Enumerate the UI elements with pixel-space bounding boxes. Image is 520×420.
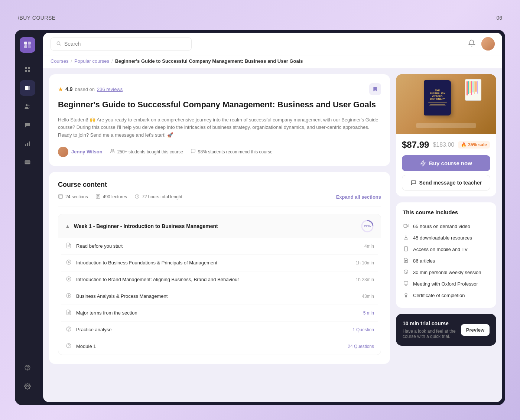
rating-text: based on xyxy=(75,87,95,92)
expand-sections-button[interactable]: Expand all sections xyxy=(336,194,381,200)
professor-icon xyxy=(403,281,409,287)
lectures-text: 490 lectures xyxy=(103,194,127,199)
price-section: $87.99 $183.00 🔥 35% sale Buy course now xyxy=(396,134,496,196)
page-label: /BUY COURSE xyxy=(18,15,56,21)
week-title-row: ▲ Week 1 - Beginner - Introduction to Bu… xyxy=(65,223,218,229)
svg-rect-6 xyxy=(25,70,27,72)
trial-info: 10 min trial course Have a look and feel… xyxy=(403,320,461,339)
sidebar-item-card[interactable] xyxy=(20,154,35,170)
logo[interactable] xyxy=(20,37,35,53)
buy-course-button[interactable]: Buy course now xyxy=(402,155,490,171)
preview-button[interactable]: Preview xyxy=(461,324,490,336)
lesson-item[interactable]: Introduction to Business Foundations & P… xyxy=(61,255,378,271)
sections-text: 24 sections xyxy=(65,194,88,199)
sidebar-item-chart[interactable] xyxy=(20,136,35,152)
lesson-item[interactable]: Practice analyse 1 Question xyxy=(61,322,378,338)
stat1-text: 250+ students bought this course xyxy=(117,149,183,154)
includes-list: 65 hours on demand video 45 downloadable… xyxy=(403,221,490,301)
lesson-title: Introduction to Business Foundations & P… xyxy=(76,260,217,266)
sidebar-item-users[interactable] xyxy=(20,99,35,114)
teacher-row: Jenny Wilson 250+ st xyxy=(58,147,381,157)
teacher-info: Jenny Wilson xyxy=(58,147,103,157)
original-price: $183.00 xyxy=(433,141,454,148)
sale-badge: 🔥 35% sale xyxy=(458,141,490,149)
price-row: $87.99 $183.00 🔥 35% sale xyxy=(402,140,490,150)
svg-rect-5 xyxy=(28,67,30,69)
include-text: 65 hours on demand video xyxy=(413,224,470,229)
avatar[interactable] xyxy=(481,37,495,51)
sidebar-item-settings[interactable] xyxy=(20,378,35,394)
include-item: Meeting with Oxford Professor xyxy=(403,278,490,290)
search-input[interactable] xyxy=(64,41,186,47)
sections-icon xyxy=(58,194,63,200)
week-section: ▲ Week 1 - Beginner - Introduction to Bu… xyxy=(58,214,381,355)
video-icon xyxy=(403,223,409,229)
lesson-item[interactable]: Introduction to Brand Management: Aligni… xyxy=(61,271,378,288)
sidebar-item-book[interactable] xyxy=(20,80,35,96)
right-panel: THEAUSTRALIANOXFORDDICTIONARY xyxy=(396,74,496,396)
hours-icon xyxy=(134,194,140,200)
course-image: THEAUSTRALIANOXFORDDICTIONARY xyxy=(396,74,496,134)
breadcrumb-courses[interactable]: Courses xyxy=(51,58,68,64)
sidebar-item-grid[interactable] xyxy=(20,62,35,77)
stat2-text: 98% students recommend this course xyxy=(198,149,273,154)
hours-stat: 72 hours total lenght xyxy=(134,194,182,200)
current-price: $87.99 xyxy=(402,140,429,150)
course-content-card: Course content 24 sections xyxy=(49,172,390,364)
include-text: 30 min personal weekly session xyxy=(413,270,481,275)
include-item: 30 min personal weekly session xyxy=(403,267,490,278)
breadcrumb-sep-2: / xyxy=(111,58,113,64)
svg-point-19 xyxy=(111,150,113,151)
sidebar-item-chat[interactable] xyxy=(20,117,35,133)
svg-point-20 xyxy=(113,150,114,151)
doc-icon xyxy=(65,309,72,317)
week-title: Week 1 - Beginner - Introduction to Busi… xyxy=(74,223,218,229)
lesson-title: Read before you start xyxy=(76,243,123,249)
breadcrumb: Courses / Popular courses / Beginner's G… xyxy=(43,55,502,68)
lesson-item[interactable]: Read before you start 4min xyxy=(61,238,378,255)
svg-rect-1 xyxy=(28,42,31,45)
svg-point-8 xyxy=(26,104,27,106)
lesson-item[interactable]: Business Analysis & Process Management 4… xyxy=(61,288,378,305)
play-icon xyxy=(65,259,72,267)
search-bar[interactable] xyxy=(51,38,192,51)
notification-bell-icon[interactable] xyxy=(468,39,475,49)
includes-card: This course includes 65 hours on demand … xyxy=(396,202,496,308)
svg-point-37 xyxy=(69,331,69,331)
lesson-duration: 24 Questions xyxy=(348,344,374,349)
breadcrumb-current: Beginner's Guide to Successful Company M… xyxy=(115,58,303,64)
question-icon xyxy=(65,343,72,350)
breadcrumb-popular[interactable]: Popular courses xyxy=(74,58,109,64)
content-header: Course content xyxy=(58,181,381,189)
include-text: Meeting with Oxford Professor xyxy=(413,281,478,287)
include-item: 45 downloadable resources xyxy=(403,232,490,244)
course-preview-card: THEAUSTRALIANOXFORDDICTIONARY xyxy=(396,74,496,196)
play-icon xyxy=(65,293,72,300)
bookmark-button[interactable] xyxy=(369,83,381,95)
play-icon xyxy=(65,276,72,283)
sidebar-item-help[interactable] xyxy=(20,360,35,375)
lesson-item[interactable]: Module 1 24 Questions xyxy=(61,338,378,355)
include-text: 45 downloadable resources xyxy=(413,235,472,241)
reviews-link[interactable]: 236 reviews xyxy=(97,87,123,92)
svg-rect-3 xyxy=(28,45,31,48)
lectures-stat: 490 lectures xyxy=(95,194,127,200)
include-text: 86 articles xyxy=(413,258,435,264)
lesson-item[interactable]: Major terms from the section 5 min xyxy=(61,305,378,322)
week-header[interactable]: ▲ Week 1 - Beginner - Introduction to Bu… xyxy=(58,214,381,238)
svg-rect-0 xyxy=(24,42,27,45)
left-panel: ★ 4.9 based on 236 reviews Beginner's Gu… xyxy=(49,74,390,396)
svg-point-18 xyxy=(57,42,60,45)
svg-marker-33 xyxy=(68,294,70,296)
certificate-icon xyxy=(403,292,409,299)
send-message-button[interactable]: Send message to teacher xyxy=(402,175,490,191)
sidebar xyxy=(15,30,40,405)
search-icon xyxy=(56,41,61,47)
include-item: Access on mobile and TV xyxy=(403,244,490,255)
trial-card: 10 min trial course Have a look and feel… xyxy=(396,314,496,346)
include-item: 65 hours on demand video xyxy=(403,221,490,232)
svg-rect-14 xyxy=(25,162,30,163)
include-text: Certificate of completion xyxy=(413,293,465,298)
teacher-name[interactable]: Jenny Wilson xyxy=(71,149,103,154)
students-icon xyxy=(110,149,115,155)
